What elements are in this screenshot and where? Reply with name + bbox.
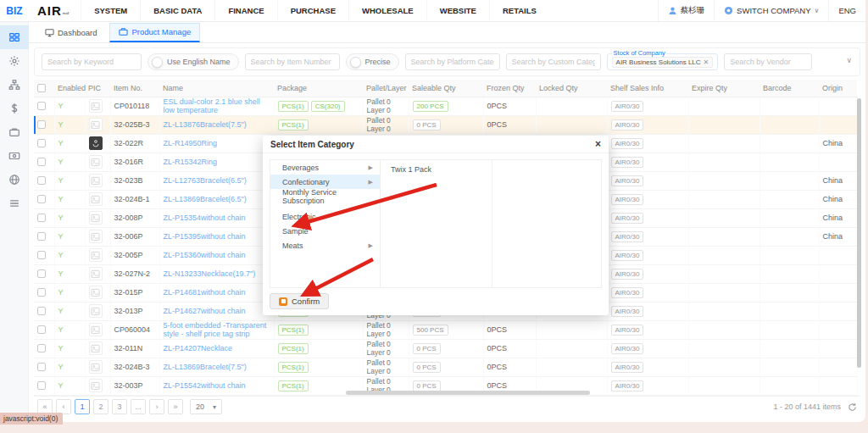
ellipsis-button[interactable]: ... xyxy=(131,399,146,414)
product-name-link[interactable]: ZL-R15342Ring xyxy=(164,158,218,166)
product-image-thumb[interactable] xyxy=(89,155,103,169)
page-button-2[interactable]: 2 xyxy=(93,399,108,414)
menu-item-purchase[interactable]: PURCHASE xyxy=(277,0,348,21)
product-name-link[interactable]: ZL-P15354without chain xyxy=(164,214,246,222)
product-image-thumb[interactable] xyxy=(89,192,103,206)
menu-item-system[interactable]: SYSTEM xyxy=(81,0,140,21)
product-image-thumb[interactable] xyxy=(89,267,103,280)
menu-item-wholesale[interactable]: WHOLESALE xyxy=(348,0,426,21)
product-image-thumb[interactable] xyxy=(89,304,103,318)
row-checkbox[interactable] xyxy=(37,158,46,166)
close-icon[interactable]: × xyxy=(595,139,601,149)
product-image-thumb[interactable] xyxy=(89,323,103,336)
row-checkbox[interactable] xyxy=(37,195,46,203)
item-number-search-input[interactable] xyxy=(245,53,340,70)
menu-item-website[interactable]: WEBSITE xyxy=(426,0,489,21)
row-checkbox[interactable] xyxy=(37,363,46,371)
row-checkbox[interactable] xyxy=(37,381,46,390)
product-name-link[interactable]: 5-foot embedded -Transparent style - she… xyxy=(164,321,270,338)
page-button-3[interactable]: 3 xyxy=(112,399,127,414)
product-name-link[interactable]: ZL-P15542without chain xyxy=(164,381,246,390)
product-image-thumb[interactable] xyxy=(89,360,103,374)
category-item-confectionary[interactable]: Confectionary▶ xyxy=(270,175,380,189)
use-english-name-toggle[interactable]: Use English Name xyxy=(147,53,239,70)
sidebar-item-website[interactable] xyxy=(0,168,29,192)
expand-filters-chevron-icon[interactable]: ∨ xyxy=(846,56,852,64)
product-name-link[interactable]: ZL-P14207Necklace xyxy=(164,344,233,353)
next-page-button[interactable]: › xyxy=(149,399,164,414)
chip-remove-icon[interactable]: ✕ xyxy=(704,58,709,66)
select-all-checkbox[interactable] xyxy=(37,84,46,92)
row-checkbox[interactable] xyxy=(37,344,46,353)
product-image-thumb[interactable] xyxy=(89,379,103,392)
row-checkbox[interactable] xyxy=(37,232,46,241)
precise-toggle[interactable]: Precise xyxy=(346,53,399,70)
product-name-link[interactable]: ZL-L13869Bracelet(6.5") xyxy=(164,195,247,203)
table-row[interactable]: YCP0600045-foot embedded -Transparent st… xyxy=(34,320,857,339)
table-row[interactable]: Y32-025B-3ZL-L13876Bracelet(7.5")PCS(1)P… xyxy=(34,115,857,134)
sidebar-item-finance[interactable] xyxy=(0,97,29,120)
product-name-link[interactable]: ZL-L12763Bracelet(6.5") xyxy=(164,176,247,185)
language-button[interactable]: ENG xyxy=(828,0,865,21)
row-checkbox[interactable] xyxy=(37,288,46,297)
sidebar-item-purchase[interactable] xyxy=(0,120,29,144)
row-checkbox[interactable] xyxy=(37,307,46,315)
sidebar-item-payment[interactable] xyxy=(0,144,29,168)
horizontal-scrollbar[interactable] xyxy=(346,391,590,395)
row-checkbox[interactable] xyxy=(37,269,46,278)
product-name-link[interactable]: ZL-N13233Necklace(19.7") xyxy=(164,269,256,278)
product-image-thumb[interactable] xyxy=(89,286,103,299)
user-account[interactable]: 蔡杉珊 xyxy=(658,0,715,21)
product-name-link[interactable]: ZL-P15360without chain xyxy=(164,251,246,259)
product-image-thumb[interactable] xyxy=(89,248,103,262)
custom-category-search-input[interactable] xyxy=(506,53,601,70)
row-checkbox[interactable] xyxy=(37,120,46,129)
product-image-thumb[interactable] xyxy=(89,136,103,150)
row-checkbox[interactable] xyxy=(37,325,46,334)
category-item-beverages[interactable]: Beverages▶ xyxy=(270,160,380,175)
sidebar-item-menu[interactable] xyxy=(0,192,29,215)
vendor-search-input[interactable] xyxy=(724,53,812,70)
product-image-thumb[interactable] xyxy=(89,118,103,131)
sidebar-item-settings[interactable] xyxy=(0,49,29,73)
product-image-thumb[interactable] xyxy=(89,341,103,355)
menu-item-retails[interactable]: RETAILS xyxy=(489,0,549,21)
category-item-monthly-service-subscription[interactable]: Monthly Service Subscription xyxy=(270,189,380,203)
product-name-link[interactable]: ZL-L13876Bracelet(7.5") xyxy=(164,120,247,129)
product-image-thumb[interactable] xyxy=(89,174,103,187)
product-name-link[interactable]: ZL-P14627without chain xyxy=(164,307,246,315)
table-row[interactable]: YCP010118ESL dual-color 2.1 blue shell l… xyxy=(34,97,857,115)
row-checkbox[interactable] xyxy=(37,214,46,222)
keyword-search-input[interactable] xyxy=(42,53,142,70)
product-image-thumb[interactable] xyxy=(89,211,103,225)
sidebar-item-dashboard[interactable] xyxy=(0,25,29,49)
biz-logo[interactable]: BIZ xyxy=(0,0,29,21)
row-checkbox[interactable] xyxy=(37,176,46,185)
subcategory-item-twix-1-pack[interactable]: Twix 1 Pack xyxy=(381,160,492,174)
page-button-1[interactable]: 1 xyxy=(75,399,90,414)
product-name-link[interactable]: ZL-P15395without chain xyxy=(164,232,246,241)
product-name-link[interactable]: ZL-P14681without chain xyxy=(164,288,246,297)
sidebar-item-organization[interactable] xyxy=(0,73,29,97)
stock-of-company-select[interactable]: Stock of Company AIR Business Solutions … xyxy=(607,53,719,70)
category-item-electronic[interactable]: Electronic xyxy=(270,209,380,224)
switch-company-button[interactable]: SWITCH COMPANY ∨ xyxy=(714,0,828,21)
row-checkbox[interactable] xyxy=(37,102,46,110)
menu-item-finance[interactable]: FINANCE xyxy=(214,0,276,21)
page-size-select[interactable]: 20 ▾ xyxy=(190,399,222,414)
refresh-icon[interactable] xyxy=(848,402,857,412)
row-checkbox[interactable] xyxy=(37,251,46,259)
category-item-sample[interactable]: Sample xyxy=(270,224,380,238)
last-page-button[interactable]: » xyxy=(168,399,183,414)
tab-dashboard[interactable]: Dashboard xyxy=(36,24,106,42)
category-item-meats[interactable]: Meats▶ xyxy=(270,238,380,253)
table-row[interactable]: Y32-011NZL-P14207NecklacePCS(1)Pallet 0L… xyxy=(34,339,857,358)
vertical-scrollbar[interactable] xyxy=(857,98,861,368)
product-name-link[interactable]: ESL dual-color 2.1 blue shell low temper… xyxy=(164,97,270,114)
product-name-link[interactable]: ZL-L13869Bracelet(7.5") xyxy=(164,363,247,371)
product-image-thumb[interactable] xyxy=(89,99,103,113)
table-row[interactable]: Y32-024B-3ZL-L13869Bracelet(7.5")PCS(1)P… xyxy=(34,358,857,376)
menu-item-basic-data[interactable]: BASIC DATA xyxy=(140,0,214,21)
tab-product-manage[interactable]: Product Manage xyxy=(109,23,200,42)
confirm-button[interactable]: Confirm xyxy=(270,293,329,309)
